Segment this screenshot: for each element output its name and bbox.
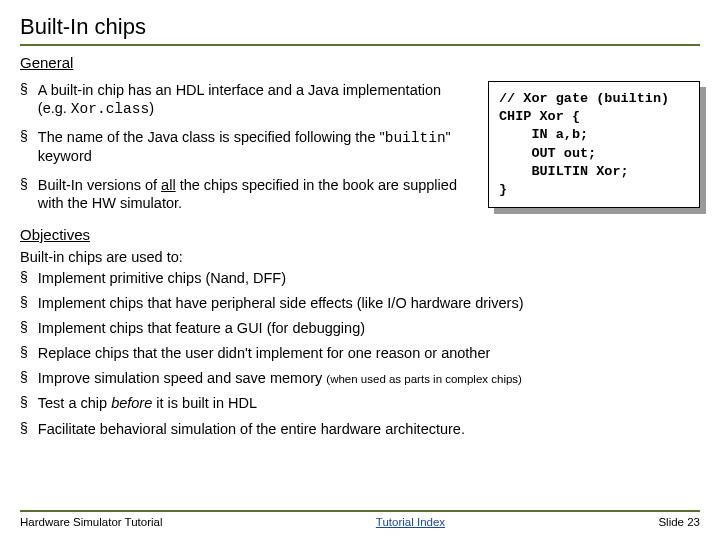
- bullet-icon: §: [20, 269, 28, 286]
- list-item: §Facilitate behavioral simulation of the…: [20, 420, 700, 438]
- list-item-text: A built-in chip has an HDL interface and…: [38, 81, 474, 118]
- general-list: § A built-in chip has an HDL interface a…: [20, 81, 474, 212]
- list-item: § The name of the Java class is specifie…: [20, 128, 474, 165]
- bullet-icon: §: [20, 319, 28, 336]
- code-content: // Xor gate (builtin) CHIP Xor { IN a,b;…: [488, 81, 700, 208]
- list-item: §Test a chip before it is built in HDL: [20, 394, 700, 412]
- bullet-icon: §: [20, 176, 28, 193]
- slide-number: Slide 23: [658, 516, 700, 528]
- list-item-text: Improve simulation speed and save memory…: [38, 369, 522, 387]
- list-item-text: Implement chips that feature a GUI (for …: [38, 319, 365, 337]
- slide-title: Built-In chips: [20, 14, 700, 46]
- bullet-icon: §: [20, 394, 28, 411]
- objectives-heading: Objectives: [20, 226, 700, 243]
- bullet-icon: §: [20, 369, 28, 386]
- list-item: §Implement chips that feature a GUI (for…: [20, 319, 700, 337]
- list-item: § Built-In versions of all the chips spe…: [20, 176, 474, 212]
- objectives-list: §Implement primitive chips (Nand, DFF) §…: [20, 269, 700, 438]
- list-item-text: Built-In versions of all the chips speci…: [38, 176, 474, 212]
- list-item-text: Test a chip before it is built in HDL: [38, 394, 257, 412]
- bullet-icon: §: [20, 344, 28, 361]
- list-item: §Implement chips that have peripheral si…: [20, 294, 700, 312]
- list-item-text: Facilitate behavioral simulation of the …: [38, 420, 465, 438]
- list-item-text: The name of the Java class is specified …: [38, 128, 474, 165]
- bullet-icon: §: [20, 420, 28, 437]
- bullet-icon: §: [20, 128, 28, 145]
- general-heading: General: [20, 54, 700, 71]
- list-item-text: Implement chips that have peripheral sid…: [38, 294, 524, 312]
- list-item-text: Replace chips that the user didn't imple…: [38, 344, 491, 362]
- bullet-icon: §: [20, 81, 28, 98]
- list-item: § A built-in chip has an HDL interface a…: [20, 81, 474, 118]
- list-item-text: Implement primitive chips (Nand, DFF): [38, 269, 286, 287]
- list-item: §Improve simulation speed and save memor…: [20, 369, 700, 387]
- tutorial-index-link[interactable]: Tutorial Index: [376, 516, 445, 528]
- footer: Hardware Simulator Tutorial Tutorial Ind…: [20, 510, 700, 528]
- list-item: §Replace chips that the user didn't impl…: [20, 344, 700, 362]
- objectives-intro: Built-in chips are used to:: [20, 249, 700, 265]
- bullet-icon: §: [20, 294, 28, 311]
- code-block: // Xor gate (builtin) CHIP Xor { IN a,b;…: [488, 81, 700, 208]
- list-item: §Implement primitive chips (Nand, DFF): [20, 269, 700, 287]
- footer-left: Hardware Simulator Tutorial: [20, 516, 163, 528]
